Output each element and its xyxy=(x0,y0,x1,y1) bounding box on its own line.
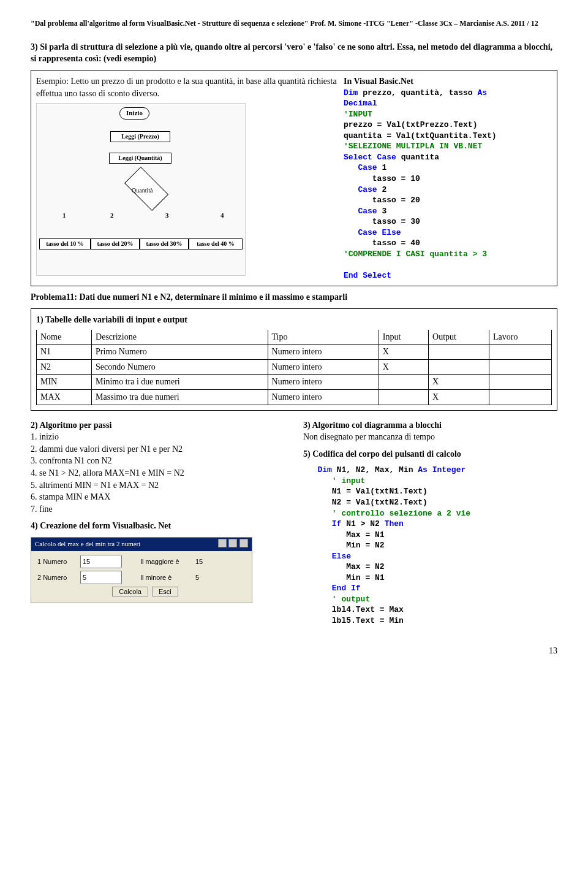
form-heading: 4) Creazione del form Visualbasic. Net xyxy=(31,520,285,532)
value-min: 5 xyxy=(195,573,214,582)
label-max: Il maggiore è xyxy=(140,557,195,566)
table-row: MAXMassimo tra due numeriNumero interoX xyxy=(37,389,552,405)
table-heading: 1) Tabelle delle variabili di input e ou… xyxy=(36,314,552,326)
flow-num-4: 4 xyxy=(221,211,224,220)
flow-read-prezzo: Leggi (Prezzo) xyxy=(110,131,170,142)
flow-result-1: tasso del 10 % xyxy=(39,238,91,249)
th-input: Input xyxy=(379,330,428,345)
form-titlebar: Calcolo del max e del min tra 2 numeri xyxy=(31,538,252,551)
th-lavoro: Lavoro xyxy=(489,330,552,345)
flow-num-1: 1 xyxy=(62,211,66,220)
algo-step-4: 4. se N1 > N2, allora MAX=N1 e MIN = N2 xyxy=(31,467,285,479)
problem-heading: Problema11: Dati due numeri N1 e N2, det… xyxy=(31,291,557,303)
variables-table: Nome Descrizione Tipo Input Output Lavor… xyxy=(36,330,552,405)
flow-read-quantita: Leggi (Quantità) xyxy=(109,153,172,164)
intro-paragraph: 3) Si parla di struttura di selezione a … xyxy=(31,41,557,65)
th-nome: Nome xyxy=(37,330,92,345)
value-max: 15 xyxy=(195,557,214,566)
label-min: Il minore è xyxy=(140,573,195,582)
input-n2[interactable] xyxy=(80,571,122,584)
algo-step-1: 1. inizio xyxy=(31,431,285,443)
label-n1: 1 Numero xyxy=(37,557,80,566)
right-note: Non disegnato per mancanza di tempo xyxy=(303,431,557,443)
label-n2: 2 Numero xyxy=(37,573,80,582)
right-heading-2: 5) Codifica del corpo dei pulsanti di ca… xyxy=(303,448,557,460)
table-row: N1Primo NumeroNumero interoX xyxy=(37,345,552,360)
vb-code-block-1: Dim prezzo, quantità, tasso As Decimal '… xyxy=(344,88,552,281)
algo-step-3: 3. confronta N1 con N2 xyxy=(31,455,285,467)
flow-start: Inizio xyxy=(119,107,149,119)
code-title: In Visual Basic.Net xyxy=(344,75,552,88)
example-left-text: Esempio: Letto un prezzo di un prodotto … xyxy=(36,75,337,99)
th-output: Output xyxy=(429,330,489,345)
right-heading-1: 3) Algoritmo col diagramma a blocchi xyxy=(303,419,557,432)
algo-step-5: 5. altrimenti MIN = N1 e MAX = N2 xyxy=(31,479,285,492)
algo-step-2: 2. dammi due valori diversi per N1 e per… xyxy=(31,443,285,455)
example-box: Esempio: Letto un prezzo di un prodotto … xyxy=(31,70,557,286)
minimize-icon[interactable] xyxy=(218,539,227,547)
flow-num-3: 3 xyxy=(165,211,169,220)
page-number: 13 xyxy=(31,645,557,657)
flow-result-2: tasso del 20% xyxy=(91,238,140,249)
th-descrizione: Descrizione xyxy=(92,330,268,345)
flow-result-3: tasso del 30% xyxy=(140,238,189,249)
th-tipo: Tipo xyxy=(268,330,379,345)
form-title: Calcolo del max e del min tra 2 numeri xyxy=(35,539,140,549)
table-header-row: Nome Descrizione Tipo Input Output Lavor… xyxy=(37,330,552,345)
flow-decision-label: Quantità xyxy=(132,186,153,195)
input-n1[interactable] xyxy=(80,555,122,568)
algo-heading: 2) Algoritmo per passi xyxy=(31,419,285,432)
flow-result-4: tasso del 40 % xyxy=(189,238,243,249)
maximize-icon[interactable] xyxy=(228,539,237,547)
page-header: "Dal problema all'algoritmo al form Visu… xyxy=(31,18,557,29)
algo-step-6: 6. stampa MIN e MAX xyxy=(31,491,285,503)
flowchart-diagram: Inizio Leggi (Prezzo) Leggi (Quantità) Q… xyxy=(36,103,246,276)
algo-step-7: 7. fine xyxy=(31,503,285,516)
flow-num-2: 2 xyxy=(110,211,114,220)
exit-button[interactable]: Esci xyxy=(152,587,178,596)
close-icon[interactable] xyxy=(239,539,248,547)
table-row: MINMinimo tra i due numeriNumero interoX xyxy=(37,375,552,390)
calc-button[interactable]: Calcola xyxy=(112,587,148,596)
vb-form-screenshot: Calcolo del max e del min tra 2 numeri 1… xyxy=(31,537,252,603)
table-row: N2Secondo NumeroNumero interoX xyxy=(37,359,552,375)
vb-code-block-2: Dim N1, N2, Max, Min As Integer ' input … xyxy=(303,465,557,626)
